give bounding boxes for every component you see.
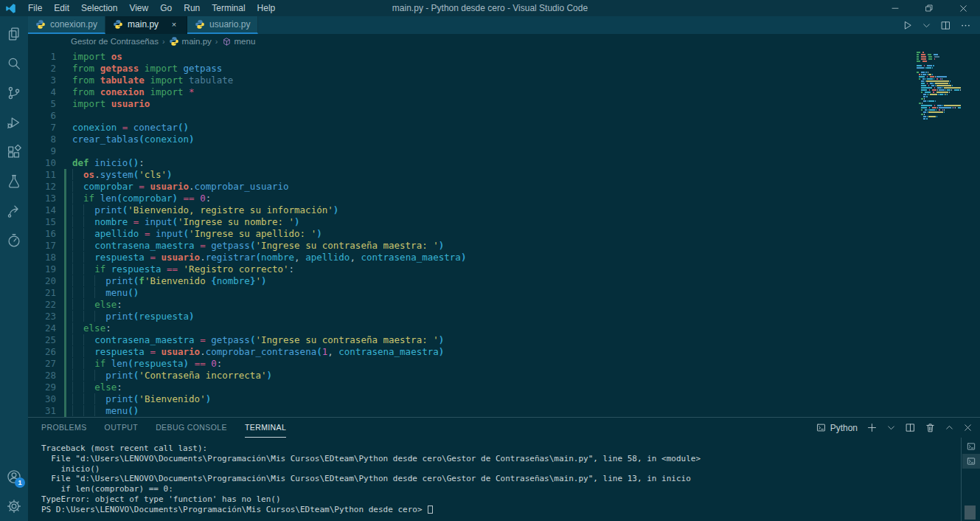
activity-source-control[interactable] — [0, 78, 28, 108]
code-line[interactable]: contrasena_maestra = getpass('Ingrese su… — [62, 240, 980, 252]
split-panel-button[interactable] — [905, 422, 916, 433]
line-number: 11 — [28, 169, 62, 181]
activity-extensions[interactable] — [0, 137, 28, 167]
code-line[interactable]: contrasena_maestra = getpass('Ingrese su… — [62, 334, 980, 346]
code-line[interactable]: import os — [62, 51, 980, 63]
tab-close-icon[interactable]: × — [169, 20, 179, 29]
code-line[interactable]: if respuesta == 'Registro correcto': — [62, 263, 980, 275]
window-close-button[interactable] — [946, 0, 980, 16]
breadcrumb-label: main.py — [182, 37, 212, 46]
code-line[interactable]: conexion = conectar() — [62, 122, 980, 134]
menu-item-terminal[interactable]: Terminal — [206, 0, 251, 16]
terminal-output[interactable]: Traceback (most recent call last): File … — [28, 438, 961, 521]
menu-bar: FileEditSelectionViewGoRunTerminalHelp — [22, 0, 281, 16]
code-line[interactable]: menu() — [62, 405, 980, 417]
activity-run-debug[interactable] — [0, 108, 28, 137]
menu-item-go[interactable]: Go — [154, 0, 178, 16]
breadcrumb-item[interactable]: main.py — [169, 36, 212, 46]
chevron-up-button[interactable] — [945, 422, 954, 433]
activity-timer[interactable] — [0, 226, 28, 255]
tab-conexion.py[interactable]: conexion.py — [28, 16, 105, 34]
bottom-panel: PROBLEMSOUTPUTDEBUG CONSOLETERMINAL Pyth… — [28, 417, 980, 521]
activity-share[interactable] — [0, 196, 28, 226]
code-line[interactable]: apellido = input('Ingrese su apellido: '… — [62, 228, 980, 240]
code-line[interactable]: def inicio(): — [62, 157, 980, 169]
panel-tab-output[interactable]: OUTPUT — [105, 418, 139, 438]
line-number: 4 — [28, 86, 62, 98]
trash-button[interactable] — [925, 422, 936, 433]
chevron-down-button[interactable] — [886, 422, 896, 433]
code-line[interactable] — [62, 110, 980, 122]
activity-testing[interactable] — [0, 167, 28, 196]
minimap[interactable] — [917, 52, 961, 120]
code-line[interactable]: print('Bienvenido, registre su informaci… — [62, 204, 980, 216]
code-line[interactable]: from getpass import getpass — [62, 63, 980, 75]
activity-account[interactable]: 1 — [0, 462, 28, 491]
panel-action-icons — [866, 422, 973, 433]
terminal-list-item[interactable] — [962, 439, 980, 454]
code-line[interactable]: else: — [62, 322, 980, 334]
activity-files[interactable] — [0, 19, 28, 49]
code-line[interactable]: crear_tablas(conexion) — [62, 134, 980, 145]
tab-label: usuario.py — [209, 19, 250, 30]
code-line[interactable]: else: — [62, 299, 980, 311]
code-line[interactable]: nombre = input('Ingrese su nombre: ') — [62, 216, 980, 228]
close-button[interactable] — [963, 422, 973, 433]
line-number: 7 — [28, 122, 62, 134]
line-number: 31 — [28, 405, 62, 417]
plus-button[interactable] — [866, 422, 878, 433]
plus-icon — [866, 422, 878, 433]
window-restore-button[interactable] — [912, 0, 946, 16]
menu-item-file[interactable]: File — [22, 0, 48, 16]
code-line[interactable]: print('Bienvenido') — [62, 393, 980, 405]
split-editor-button[interactable] — [940, 20, 951, 31]
code-line[interactable]: print('Contraseña incorrecta') — [62, 370, 980, 382]
code-line[interactable]: respuesta = usuario.comprobar_contrasena… — [62, 346, 980, 358]
code-line[interactable] — [62, 145, 980, 157]
code-line[interactable]: from tabulate import tabulate — [62, 75, 980, 86]
activity-search[interactable] — [0, 49, 28, 78]
code-content[interactable]: import osfrom getpass import getpassfrom… — [62, 51, 980, 417]
code-line[interactable]: else: — [62, 382, 980, 393]
split-panel-icon — [905, 422, 916, 433]
code-line[interactable]: from conexion import * — [62, 86, 980, 98]
terminal-line: PS D:\Users\LENOVO\Documents\Programació… — [41, 505, 961, 515]
panel-header: PROBLEMSOUTPUTDEBUG CONSOLETERMINAL Pyth… — [28, 418, 980, 438]
menu-item-help[interactable]: Help — [251, 0, 282, 16]
tab-usuario.py[interactable]: usuario.py — [187, 16, 258, 34]
code-line[interactable]: print(respuesta) — [62, 311, 980, 322]
line-number: 19 — [28, 263, 62, 275]
code-line[interactable]: if len(respuesta) == 0: — [62, 358, 980, 370]
files-icon — [6, 26, 22, 42]
code-line[interactable]: respuesta = usuario.registrar(nombre, ap… — [62, 252, 980, 263]
code-line[interactable]: print(f'Bienvenido {nombre}') — [62, 275, 980, 287]
breadcrumb-item[interactable]: Gestor de Contraseñas — [71, 37, 159, 46]
run-button[interactable] — [902, 20, 913, 31]
tab-main.py[interactable]: main.py× — [105, 16, 187, 34]
code-line[interactable]: menu() — [62, 287, 980, 299]
menu-item-run[interactable]: Run — [178, 0, 206, 16]
menu-item-selection[interactable]: Selection — [75, 0, 123, 16]
code-line[interactable]: comprobar = usuario.comprobar_usuario — [62, 181, 980, 193]
breadcrumb-item[interactable]: menu — [222, 37, 256, 46]
minimap-line — [917, 118, 961, 120]
chevron-down-button[interactable] — [922, 21, 931, 30]
code-line[interactable]: import usuario — [62, 98, 980, 110]
window-minimize-button[interactable] — [878, 0, 912, 16]
menu-item-edit[interactable]: Edit — [48, 0, 75, 16]
line-number: 29 — [28, 382, 62, 393]
activity-bar: 1 — [0, 16, 28, 521]
shell-selector[interactable]: Python — [816, 422, 858, 433]
panel-tab-terminal[interactable]: TERMINAL — [245, 418, 286, 438]
symbol-method-icon — [222, 37, 232, 46]
scrollbar-thumb[interactable] — [965, 506, 976, 520]
terminal-list-item[interactable] — [962, 454, 980, 469]
panel-tab-debug-console[interactable]: DEBUG CONSOLE — [156, 418, 227, 438]
menu-item-view[interactable]: View — [123, 0, 154, 16]
code-line[interactable]: os.system('cls') — [62, 169, 980, 181]
activity-settings-gear[interactable] — [0, 491, 28, 521]
ellipsis-button[interactable] — [960, 20, 971, 31]
code-line[interactable]: if len(comprobar) == 0: — [62, 193, 980, 204]
code-editor[interactable]: 1234567891011121314151617181920212223242… — [28, 49, 980, 417]
panel-tab-problems[interactable]: PROBLEMS — [41, 418, 87, 438]
